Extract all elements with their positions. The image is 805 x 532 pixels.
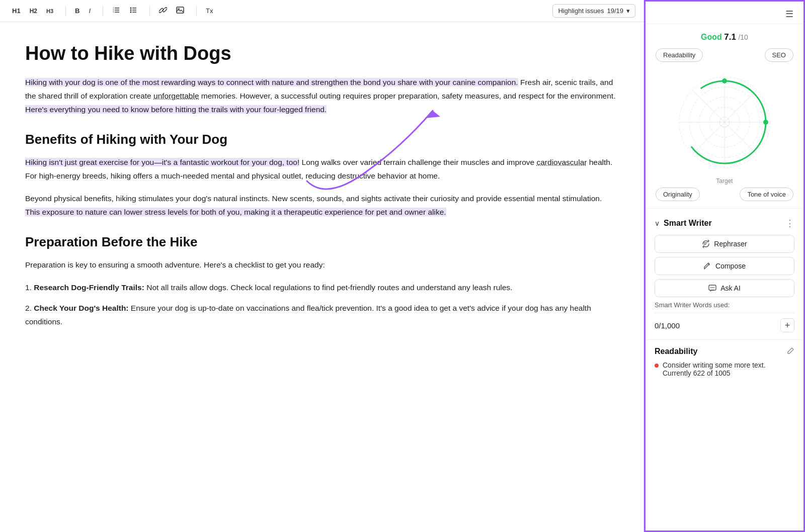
sidebar-panel: ☰ Good 7.1 /10 Readability SEO — [644, 0, 805, 532]
smart-writer-title: Smart Writer — [664, 219, 712, 228]
section2-intro: Preparation is key to ensuring a smooth … — [25, 258, 618, 272]
list-num: 2. — [25, 304, 34, 312]
words-row: 0/1,000 + — [655, 313, 794, 332]
smart-writer-header: ∨ Smart Writer ⋮ — [655, 218, 794, 229]
words-used-label: Smart Writer Words used: — [655, 301, 794, 309]
sidebar-header: ☰ — [646, 2, 803, 24]
svg-point-8 — [130, 12, 132, 13]
cardiovascular-word: cardiovascular — [536, 158, 587, 166]
originality-tab[interactable]: Originality — [656, 188, 700, 201]
readability-edit-button[interactable] — [787, 347, 794, 356]
s1p2-highlight: This exposure to nature can lower stress… — [25, 208, 446, 216]
list-item: 1. Research Dog-Friendly Trails: Not all… — [25, 281, 618, 294]
editor-panel: H1 H2 H3 B I 1 2 3 — [0, 0, 644, 532]
svg-rect-12 — [177, 7, 184, 13]
toolbar-divider-1 — [65, 6, 66, 16]
readability-tab[interactable]: Readability — [656, 48, 703, 62]
readability-header: Readability — [655, 347, 794, 356]
section1-heading: Benefits of Hiking with Your Dog — [25, 131, 618, 148]
score-denom: /10 — [738, 33, 748, 41]
svg-point-32 — [713, 287, 714, 288]
intro-highlight-2: Here's everything you need to know befor… — [25, 105, 327, 114]
readability-item: Consider writing some more text. Current… — [655, 361, 794, 377]
svg-point-30 — [710, 287, 711, 288]
ask-ai-icon — [708, 284, 716, 292]
add-words-button[interactable]: + — [780, 318, 794, 332]
toolbar-divider-2 — [103, 6, 103, 16]
insert-group — [155, 4, 188, 18]
score-label: Good 7.1 /10 — [701, 32, 748, 42]
score-value: 7.1 — [724, 32, 736, 42]
section2-list: 1. Research Dog-Friendly Trails: Not all… — [25, 281, 618, 328]
score-section: Good 7.1 /10 Readability SEO — [646, 24, 803, 206]
article-title: How to Hike with Dogs — [25, 42, 618, 65]
section1-p1: Hiking isn't just great exercise for you… — [25, 155, 618, 183]
ask-ai-label: Ask AI — [720, 284, 741, 292]
h1-button[interactable]: H1 — [8, 5, 25, 17]
rephraser-button[interactable]: Rephraser — [655, 235, 794, 253]
italic-button[interactable]: I — [85, 5, 95, 17]
format-group: B I — [71, 5, 95, 17]
smart-writer-section: ∨ Smart Writer ⋮ Rephraser — [646, 211, 803, 339]
s1p1-highlight: Hiking isn't just great exercise for you… — [25, 158, 299, 166]
target-label: Target — [716, 178, 733, 185]
bold-button[interactable]: B — [71, 5, 84, 17]
compose-label: Compose — [715, 262, 746, 270]
readability-title: Readability — [655, 347, 697, 356]
intro-highlight-1: Hiking with your dog is one of the most … — [25, 78, 518, 86]
section2-heading: Preparation Before the Hike — [25, 234, 618, 251]
list-group: 1 2 3 — [108, 4, 141, 18]
intro-paragraph: Hiking with your dog is one of the most … — [25, 75, 618, 116]
highlight-count: 19/19 — [607, 7, 623, 15]
list-item-title: Research Dog-Friendly Trails: — [34, 283, 144, 292]
list-num: 1. — [25, 283, 34, 292]
readability-item-text: Consider writing some more text. Current… — [663, 361, 794, 377]
tone-of-voice-tab[interactable]: Tone of voice — [740, 188, 793, 201]
score-good-text: Good — [701, 33, 722, 41]
toolbar: H1 H2 H3 B I 1 2 3 — [0, 0, 643, 22]
highlight-issues-dropdown[interactable]: Highlight issues 19/19 ▾ — [552, 4, 635, 18]
red-dot-icon — [655, 364, 659, 368]
ask-ai-button[interactable]: Ask AI — [655, 279, 794, 297]
words-count: 0/1,000 — [655, 321, 680, 330]
svg-point-26 — [763, 120, 768, 125]
pencil-icon — [787, 347, 794, 354]
section1-p2: Beyond physical benefits, hiking stimula… — [25, 192, 618, 219]
sidebar-divider-1 — [646, 208, 803, 209]
editor-content[interactable]: How to Hike with Dogs Hiking with your d… — [0, 22, 643, 532]
rephraser-label: Rephraser — [714, 240, 747, 248]
compose-icon — [703, 262, 711, 270]
svg-text:3: 3 — [113, 11, 114, 13]
image-button[interactable] — [172, 4, 188, 18]
sidebar-menu-button[interactable]: ☰ — [782, 7, 796, 22]
top-tabs: Readability SEO — [656, 48, 793, 62]
svg-point-31 — [712, 287, 713, 288]
svg-point-6 — [130, 8, 132, 9]
toolbar-divider-4 — [196, 6, 197, 16]
h2-button[interactable]: H2 — [26, 6, 41, 17]
seo-tab[interactable]: SEO — [765, 48, 793, 62]
readability-section: Readability Consider writing some more t… — [646, 339, 803, 384]
link-button[interactable] — [155, 4, 171, 18]
rephraser-icon — [702, 240, 710, 248]
ordered-list-button[interactable]: 1 2 3 — [108, 4, 124, 18]
smart-writer-menu-button[interactable]: ⋮ — [785, 218, 794, 229]
highlight-label: Highlight issues — [558, 7, 604, 15]
smart-writer-title-row: ∨ Smart Writer — [655, 219, 712, 228]
app-container: H1 H2 H3 B I 1 2 3 — [0, 0, 805, 532]
unordered-list-button[interactable] — [125, 4, 141, 18]
h3-button[interactable]: H3 — [42, 6, 57, 16]
clear-format-button[interactable]: Tx — [202, 5, 217, 17]
bottom-tabs: Originality Tone of voice — [656, 188, 793, 201]
svg-point-7 — [130, 10, 132, 11]
compose-button[interactable]: Compose — [655, 257, 794, 275]
list-item: 2. Check Your Dog's Health: Ensure your … — [25, 301, 618, 328]
list-item-title: Check Your Dog's Health: — [34, 304, 128, 312]
dropdown-arrow-icon: ▾ — [626, 7, 630, 15]
toolbar-divider-3 — [149, 6, 150, 16]
radar-chart — [669, 67, 780, 178]
smart-writer-chevron-icon[interactable]: ∨ — [655, 219, 660, 227]
unforgettable-word: unforgettable — [153, 92, 199, 100]
svg-point-25 — [722, 78, 727, 83]
heading-group: H1 H2 H3 — [8, 5, 57, 17]
